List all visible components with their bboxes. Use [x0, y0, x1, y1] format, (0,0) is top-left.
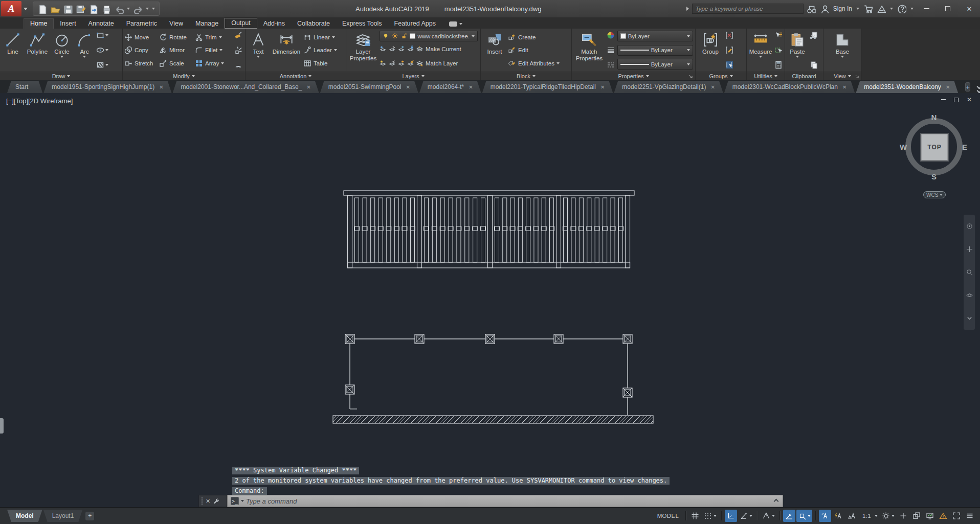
file-tab-close-icon[interactable]: ✕: [842, 84, 847, 90]
linear-button[interactable]: Linear: [303, 31, 342, 43]
tab-annotate[interactable]: Annotate: [82, 19, 120, 29]
navigation-wheel-icon[interactable]: [966, 223, 973, 230]
select-objects-button[interactable]: [774, 46, 783, 54]
trim-caret-icon[interactable]: [219, 36, 222, 38]
layer-select[interactable]: www.cadblocksfree.: [380, 31, 478, 41]
layer-properties-button[interactable]: Layer Properties: [348, 30, 378, 71]
minimize-button[interactable]: [918, 2, 935, 15]
layer-freeze-icon[interactable]: [398, 45, 405, 53]
dimension-button[interactable]: Dimension: [271, 30, 302, 71]
annotation-scale-icon[interactable]: [845, 510, 858, 522]
qat-customize-caret-icon[interactable]: [152, 8, 155, 10]
quick-calculator-button[interactable]: [774, 61, 783, 69]
new-layout-button[interactable]: +: [85, 512, 94, 520]
polyline-button[interactable]: Polyline: [25, 30, 50, 71]
drawing-minimize-icon[interactable]: [941, 99, 946, 100]
circle-button[interactable]: Circle: [51, 30, 73, 71]
viewport-controls[interactable]: [−][Top][2D Wireframe]: [6, 97, 73, 105]
viewcube-south[interactable]: S: [931, 172, 937, 181]
autodesk-exchange-icon[interactable]: [877, 4, 886, 13]
viewcube-east[interactable]: E: [962, 143, 967, 151]
copy-button[interactable]: Copy: [124, 44, 158, 57]
match-properties-button[interactable]: Match Properties: [573, 30, 605, 71]
measure-button[interactable]: Measure: [748, 30, 773, 71]
search-icon[interactable]: [807, 4, 816, 13]
color-wheel-icon[interactable]: [607, 31, 615, 39]
panel-label-view[interactable]: View: [823, 72, 861, 80]
quick-select-button[interactable]: [774, 31, 783, 39]
file-tab-close-icon[interactable]: ✕: [469, 84, 473, 90]
view-dialog-launcher-icon[interactable]: [855, 74, 859, 79]
rectangle-button[interactable]: [96, 31, 104, 39]
annotation-autoscale-toggle[interactable]: [832, 510, 844, 522]
file-tab-model2001-stonewor-and-collared-base-[interactable]: model2001-Stonewor...And_Collared_Base_✕: [173, 81, 319, 93]
tab-output[interactable]: Output: [225, 18, 257, 29]
object-color-select[interactable]: ByLayer: [617, 31, 693, 41]
panel-label-utilities[interactable]: Utilities: [747, 72, 785, 80]
file-tab-model2201-typicalridgetiledhipdetail[interactable]: model2201-TypicalRidgeTiledHipDetail✕: [482, 81, 613, 93]
lineweight-icon[interactable]: [607, 46, 615, 54]
orbit-icon[interactable]: [966, 292, 973, 299]
view-cube[interactable]: N W E S TOP WCS: [890, 101, 980, 203]
panel-label-layers[interactable]: Layers: [346, 72, 480, 80]
viewcube-west[interactable]: W: [900, 143, 907, 151]
ellipse-button[interactable]: [96, 46, 104, 54]
tab-add-ins[interactable]: Add-ins: [257, 19, 291, 29]
save-as-button[interactable]: [76, 4, 85, 14]
tab-insert[interactable]: Insert: [54, 19, 82, 29]
paste-button[interactable]: Paste: [787, 30, 808, 71]
offset-button[interactable]: [234, 61, 242, 69]
grid-display-toggle[interactable]: [689, 510, 701, 522]
file-tab-model1951-sportingsignhighjump-1-[interactable]: model1951-SportingSignHighJump(1)✕: [43, 81, 171, 93]
undo-button[interactable]: [114, 4, 124, 14]
command-input-bar[interactable]: >_: [227, 495, 783, 507]
tab-featured-apps[interactable]: Featured Apps: [388, 19, 442, 29]
pan-icon[interactable]: [966, 246, 973, 253]
redo-caret-icon[interactable]: [146, 8, 149, 10]
stretch-button[interactable]: Stretch: [124, 57, 158, 70]
redo-button[interactable]: [133, 4, 143, 14]
leader-button[interactable]: Leader: [303, 44, 342, 57]
ungroup-button[interactable]: [725, 31, 733, 39]
cut-button[interactable]: [810, 31, 818, 39]
file-tab-close-icon[interactable]: ✕: [710, 84, 715, 90]
zoom-icon[interactable]: [966, 269, 973, 276]
annotation-visibility-toggle[interactable]: [819, 510, 831, 522]
tab-view[interactable]: View: [163, 19, 189, 29]
exchange-caret-icon[interactable]: [890, 8, 893, 10]
isometric-drafting-toggle[interactable]: [761, 510, 776, 522]
file-tab-model2251-vpglazingdetail-1-[interactable]: model2251-VpGlazingDetail(1)✕: [614, 81, 723, 93]
layer-lock-icon[interactable]: [407, 45, 414, 53]
model-tab[interactable]: Model: [7, 510, 42, 522]
help-caret-icon[interactable]: [910, 8, 914, 10]
new-file-button[interactable]: [37, 4, 47, 14]
scale-button[interactable]: Scale: [159, 57, 194, 70]
canvas-left-handle[interactable]: [0, 418, 4, 434]
leader-caret-icon[interactable]: [334, 49, 337, 51]
make-current-button[interactable]: Make Current: [380, 43, 479, 56]
file-tab-close-icon[interactable]: ✕: [306, 84, 310, 90]
sign-in-caret-icon[interactable]: [856, 8, 859, 10]
search-input[interactable]: [692, 4, 804, 14]
file-tab-close-icon[interactable]: ✕: [600, 84, 605, 90]
rotate-button[interactable]: Rotate: [159, 31, 194, 43]
panel-label-annotation[interactable]: Annotation: [246, 72, 346, 80]
layer-prev-icon[interactable]: [389, 60, 396, 67]
ribbon-display-toggle[interactable]: [449, 21, 462, 29]
trim-button[interactable]: Trim: [195, 31, 233, 43]
tab-collaborate[interactable]: Collaborate: [291, 19, 336, 29]
hatch-button[interactable]: [96, 61, 104, 69]
layer-unlock2-icon[interactable]: [407, 60, 414, 67]
maximize-button[interactable]: [939, 2, 956, 15]
object-snap-tracking-toggle[interactable]: [783, 510, 795, 522]
layer-thaw-all-icon[interactable]: [398, 60, 405, 67]
properties-dialog-launcher-icon[interactable]: [688, 74, 693, 79]
copy-clip-button[interactable]: [810, 61, 818, 69]
fillet-button[interactable]: Fillet: [195, 44, 233, 57]
save-button[interactable]: [63, 4, 73, 14]
clean-screen-toggle[interactable]: [950, 510, 963, 522]
tab-home[interactable]: Home: [24, 18, 54, 29]
tab-express-tools[interactable]: Express Tools: [336, 19, 388, 29]
linetype-icon[interactable]: [607, 61, 615, 69]
command-prompt-caret-icon[interactable]: [241, 500, 244, 502]
